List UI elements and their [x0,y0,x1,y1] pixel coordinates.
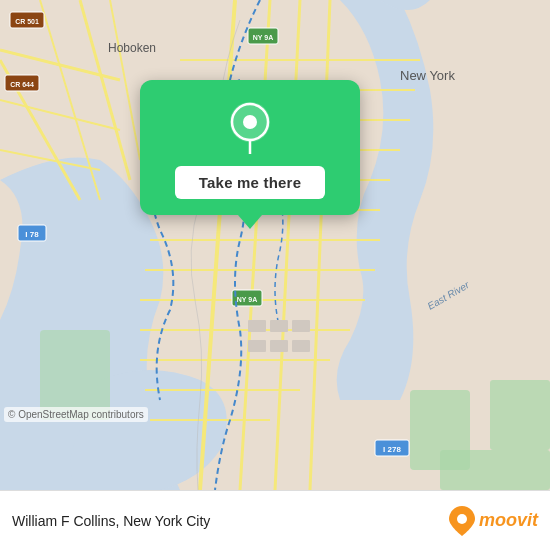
svg-rect-52 [248,320,266,332]
svg-text:I 78: I 78 [25,230,39,239]
location-name: William F Collins, New York City [12,513,210,529]
moovit-logo: moovit [449,506,538,536]
svg-text:I 278: I 278 [383,445,401,454]
svg-point-61 [457,514,467,524]
map-attribution: © OpenStreetMap contributors [4,407,148,422]
svg-point-60 [243,115,257,129]
svg-rect-41 [440,450,550,490]
svg-rect-54 [292,320,310,332]
location-icon-wrapper [223,100,277,154]
moovit-pin-icon [449,506,475,536]
map-container: I 78 I 278 NY 9A NY 9A CR 501 CR 644 Hob… [0,0,550,490]
location-pin-icon [225,100,275,154]
svg-text:New York: New York [400,68,455,83]
svg-text:CR 501: CR 501 [15,18,39,25]
svg-rect-53 [270,320,288,332]
svg-text:NY 9A: NY 9A [253,34,274,41]
popup-card: Take me there [140,80,360,215]
svg-text:CR 644: CR 644 [10,81,34,88]
bottom-bar: William F Collins, New York City moovit [0,490,550,550]
svg-rect-56 [270,340,288,352]
svg-text:NY 9A: NY 9A [237,296,258,303]
take-me-there-button[interactable]: Take me there [175,166,325,199]
svg-rect-57 [292,340,310,352]
svg-rect-55 [248,340,266,352]
svg-rect-42 [490,380,550,450]
moovit-brand-text: moovit [479,510,538,531]
svg-text:Hoboken: Hoboken [108,41,156,55]
